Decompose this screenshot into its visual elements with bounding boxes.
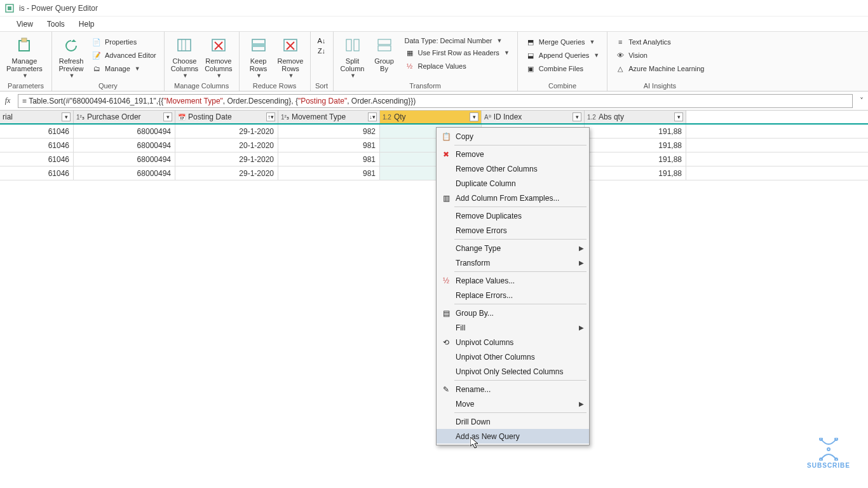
svg-rect-15 bbox=[346, 39, 351, 51]
refresh-preview-button[interactable]: Refresh Preview▼ bbox=[56, 34, 86, 80]
column-header-purchase-order[interactable]: 1²₃ Purchase Order ▾ bbox=[74, 111, 175, 123]
group-ai: ≡Text Analytics 👁Vision △Azure Machine L… bbox=[607, 32, 712, 91]
app-icon bbox=[5, 3, 15, 13]
ctx-copy[interactable]: 📋Copy bbox=[437, 129, 589, 144]
ctx-add-examples[interactable]: ▥Add Column From Examples... bbox=[437, 191, 589, 205]
merge-queries-button[interactable]: ⬒Merge Queries▼ bbox=[523, 36, 602, 48]
ctx-unpivot[interactable]: ⟲Unpivot Columns bbox=[437, 335, 589, 349]
group-by-button[interactable]: Group By bbox=[369, 34, 400, 74]
vision-icon: 👁 bbox=[615, 50, 625, 60]
split-column-button[interactable]: Split Column▼ bbox=[337, 34, 368, 80]
ctx-replace-errors[interactable]: Replace Errors... bbox=[437, 288, 589, 302]
first-row-headers-button[interactable]: ▦Use First Row as Headers▼ bbox=[402, 46, 512, 59]
svg-rect-4 bbox=[178, 39, 191, 51]
rename-icon: ✎ bbox=[439, 385, 453, 394]
column-header-id-index[interactable]: Aᴮ ID Index ▾ bbox=[482, 111, 585, 123]
ctx-remove[interactable]: ✖Remove bbox=[437, 147, 589, 161]
ctx-remove-other[interactable]: Remove Other Columns bbox=[437, 161, 589, 176]
cell: 68000494 bbox=[74, 139, 175, 152]
ctx-rename[interactable]: ✎Rename... bbox=[437, 382, 589, 396]
ctx-group-by[interactable]: ▤Group By... bbox=[437, 306, 589, 320]
column-header-abs-qty[interactable]: 1.2 Abs qty ▾ bbox=[585, 111, 686, 123]
menu-tools[interactable]: Tools bbox=[47, 20, 65, 29]
filter-icon[interactable]: ▾ bbox=[62, 112, 71, 121]
int-type-icon: 1²₃ bbox=[76, 114, 85, 121]
ctx-duplicate[interactable]: Duplicate Column bbox=[437, 176, 589, 191]
date-type-icon: 📅 bbox=[178, 114, 186, 121]
group-reduce-rows: Keep Rows▼ Remove Rows▼ Reduce Rows bbox=[240, 32, 311, 91]
ctx-change-type[interactable]: Change Type▶ bbox=[437, 241, 589, 255]
cell: 191,88 bbox=[585, 139, 686, 152]
combine-icon: ▣ bbox=[526, 64, 536, 74]
ctx-unpivot-other[interactable]: Unpivot Other Columns bbox=[437, 349, 589, 364]
parameters-icon bbox=[14, 36, 34, 56]
manage-button[interactable]: 🗂Manage▼ bbox=[89, 62, 159, 75]
ctx-fill[interactable]: Fill▶ bbox=[437, 320, 589, 335]
filter-icon[interactable]: ▾ bbox=[573, 112, 581, 121]
manage-parameters-button[interactable]: Manage Parameters▼ bbox=[4, 34, 45, 80]
table-row[interactable]: 610466800049429-1-2020981191,88 bbox=[0, 152, 868, 166]
azure-ml-button[interactable]: △Azure Machine Learning bbox=[613, 62, 707, 75]
fx-icon[interactable]: fx bbox=[1, 96, 14, 105]
expand-formula-button[interactable]: ˅ bbox=[857, 97, 867, 105]
cell: 191,88 bbox=[585, 125, 686, 138]
sort-asc-button[interactable]: A↓ bbox=[318, 37, 326, 44]
cell: 982 bbox=[278, 125, 380, 138]
replace-icon: ½ bbox=[405, 61, 415, 71]
column-header-qty[interactable]: 1.2 Qty ▾ bbox=[380, 111, 482, 123]
data-type-button[interactable]: Data Type: Decimal Number▼ bbox=[402, 36, 512, 46]
keep-rows-button[interactable]: Keep Rows▼ bbox=[243, 34, 274, 80]
ctx-remove-errors[interactable]: Remove Errors bbox=[437, 223, 589, 238]
ml-icon: △ bbox=[615, 64, 625, 74]
table-row[interactable]: 610466800049429-1-2020982191,88 bbox=[0, 125, 868, 139]
ctx-transform[interactable]: Transform▶ bbox=[437, 255, 589, 270]
choose-columns-button[interactable]: Choose Columns▼ bbox=[168, 34, 201, 80]
ctx-drill-down[interactable]: Drill Down bbox=[437, 414, 589, 429]
filter-icon[interactable]: ↑▾ bbox=[266, 112, 275, 121]
ctx-remove-duplicates[interactable]: Remove Duplicates bbox=[437, 208, 589, 223]
append-queries-button[interactable]: ⬓Append Queries▼ bbox=[523, 49, 602, 62]
combine-files-button[interactable]: ▣Combine Files bbox=[523, 62, 602, 75]
filter-icon[interactable]: ▾ bbox=[674, 112, 683, 121]
properties-button[interactable]: 📄Properties bbox=[89, 36, 159, 48]
group-label: Manage Columns bbox=[168, 81, 235, 91]
copy-icon: 📋 bbox=[439, 132, 453, 141]
filter-icon[interactable]: ▾ bbox=[163, 112, 172, 121]
ctx-replace-values[interactable]: ½Replace Values... bbox=[437, 273, 589, 288]
column-header-material[interactable]: rial ▾ bbox=[0, 111, 74, 123]
cell: 29-1-2020 bbox=[175, 152, 278, 166]
cell: 61046 bbox=[0, 152, 74, 166]
add-column-icon: ▥ bbox=[439, 194, 453, 203]
replace-values-button[interactable]: ½Replace Values bbox=[402, 60, 512, 72]
group-label: AI Insights bbox=[611, 81, 708, 91]
ctx-move[interactable]: Move▶ bbox=[437, 396, 589, 411]
column-header-posting-date[interactable]: 📅 Posting Date ↑▾ bbox=[175, 111, 278, 123]
ctx-unpivot-selected[interactable]: Unpivot Only Selected Columns bbox=[437, 364, 589, 379]
remove-columns-button[interactable]: Remove Columns▼ bbox=[202, 34, 234, 80]
cell: 68000494 bbox=[74, 166, 175, 180]
svg-rect-17 bbox=[378, 39, 391, 44]
cell: 61046 bbox=[0, 139, 74, 152]
column-header-movement-type[interactable]: 1²₃ Movement Type ↓▾ bbox=[278, 111, 380, 123]
ctx-add-new-query[interactable]: Add as New Query bbox=[437, 429, 589, 444]
remove-rows-button[interactable]: Remove Rows▼ bbox=[275, 34, 306, 80]
table-row[interactable]: 610466800049420-1-2020981191,88 bbox=[0, 139, 868, 152]
formula-input[interactable]: = Table.Sort(#"68000494-61046_191,1",{{ … bbox=[18, 94, 853, 108]
menu-view[interactable]: View bbox=[17, 20, 33, 29]
filter-icon[interactable]: ↓▾ bbox=[368, 112, 377, 121]
text-analytics-button[interactable]: ≡Text Analytics bbox=[613, 36, 707, 48]
group-label: Sort bbox=[315, 81, 329, 91]
menu-bar: View Tools Help bbox=[0, 17, 868, 32]
advanced-editor-button[interactable]: 📝Advanced Editor bbox=[89, 49, 159, 62]
table-row[interactable]: 610466800049429-1-2020981191,88 bbox=[0, 166, 868, 180]
headers-icon: ▦ bbox=[405, 48, 415, 58]
submenu-arrow-icon: ▶ bbox=[579, 259, 584, 266]
split-icon bbox=[342, 36, 363, 56]
filter-icon[interactable]: ▾ bbox=[470, 112, 478, 121]
cell: 29-1-2020 bbox=[175, 125, 278, 138]
vision-button[interactable]: 👁Vision bbox=[613, 49, 707, 62]
subscribe-watermark: SUBSCRIBE bbox=[807, 438, 850, 469]
sort-desc-button[interactable]: Z↓ bbox=[318, 47, 325, 55]
ribbon: Manage Parameters▼ Parameters Refresh Pr… bbox=[0, 32, 868, 92]
menu-help[interactable]: Help bbox=[79, 20, 95, 29]
